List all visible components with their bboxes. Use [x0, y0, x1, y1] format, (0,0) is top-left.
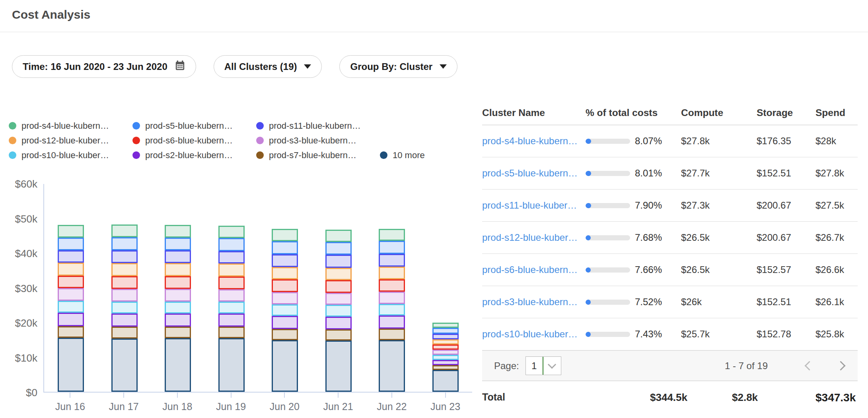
bar-segment[interactable] [379, 304, 405, 316]
bar-segment[interactable] [218, 327, 245, 338]
bar-segment[interactable] [379, 279, 405, 292]
bar-segment[interactable] [272, 304, 298, 316]
bar-segment[interactable] [165, 302, 191, 314]
bar-segment[interactable] [218, 338, 245, 392]
stacked-bar[interactable] [218, 226, 245, 392]
bar-segment[interactable] [272, 292, 298, 304]
cluster-name-link[interactable]: prod-s4-blue-kubern… [482, 135, 586, 147]
bar-segment[interactable] [218, 238, 245, 251]
bar-segment[interactable] [432, 360, 459, 365]
bar-segment[interactable] [111, 302, 138, 314]
bar-segment[interactable] [58, 313, 84, 326]
bar-segment[interactable] [432, 355, 459, 360]
bar-segment[interactable] [325, 329, 352, 341]
bar-segment[interactable] [379, 229, 405, 241]
stacked-bar[interactable] [325, 230, 352, 392]
stacked-bar[interactable] [272, 229, 298, 392]
bar-segment[interactable] [432, 334, 459, 339]
bar-segment[interactable] [432, 350, 459, 355]
bar-segment[interactable] [218, 263, 245, 276]
bar-segment[interactable] [272, 241, 298, 254]
bar-segment[interactable] [58, 338, 84, 392]
legend-item[interactable]: prod-s5-blue-kubern… [132, 121, 256, 131]
bar-segment[interactable] [111, 339, 138, 392]
bar-segment[interactable] [272, 279, 298, 292]
stacked-bar[interactable] [432, 323, 459, 392]
legend-item[interactable]: 10 more [380, 150, 425, 161]
cluster-name-link[interactable]: prod-s3-blue-kubern… [482, 296, 586, 308]
bar-segment[interactable] [111, 224, 138, 237]
page-select[interactable]: 1 [525, 356, 561, 375]
bar-segment[interactable] [111, 276, 138, 289]
stacked-bar[interactable] [58, 225, 84, 392]
bar-segment[interactable] [325, 230, 352, 242]
bar-segment[interactable] [432, 344, 459, 350]
bar-segment[interactable] [218, 277, 245, 289]
legend-item[interactable]: prod-s3-blue-kubern… [256, 135, 380, 146]
bar-segment[interactable] [325, 293, 352, 305]
stacked-bar[interactable] [379, 229, 405, 392]
bar-segment[interactable] [325, 268, 352, 281]
bar-segment[interactable] [58, 250, 84, 263]
cluster-name-link[interactable]: prod-s10-blue-kuber… [482, 329, 586, 340]
legend-item[interactable]: prod-s10-blue-kuber… [9, 150, 132, 161]
group-by-button[interactable]: Group By: Cluster [339, 55, 457, 78]
legend-item[interactable]: prod-s12-blue-kuber… [9, 135, 132, 146]
bar-segment[interactable] [58, 326, 84, 338]
bar-segment[interactable] [165, 225, 191, 238]
bar-segment[interactable] [325, 242, 352, 255]
bar-segment[interactable] [325, 341, 352, 392]
bar-segment[interactable] [272, 329, 298, 340]
bar-segment[interactable] [218, 289, 245, 302]
bar-segment[interactable] [272, 229, 298, 242]
previous-page-icon[interactable] [804, 361, 814, 370]
time-range-button[interactable]: Time: 16 Jun 2020 - 23 Jun 2020 [12, 55, 196, 78]
bar-segment[interactable] [58, 301, 84, 313]
bar-segment[interactable] [272, 316, 298, 329]
bar-segment[interactable] [165, 327, 191, 338]
cluster-name-link[interactable]: prod-s11-blue-kuber… [482, 200, 586, 211]
bar-segment[interactable] [432, 370, 459, 392]
bar-segment[interactable] [379, 292, 405, 304]
bar-segment[interactable] [272, 340, 298, 392]
bar-segment[interactable] [58, 276, 84, 288]
bar-segment[interactable] [165, 250, 191, 263]
cluster-name-link[interactable]: prod-s6-blue-kubern… [482, 264, 586, 275]
bar-segment[interactable] [111, 327, 138, 339]
bar-segment[interactable] [58, 225, 84, 238]
bar-segment[interactable] [379, 254, 405, 267]
bar-segment[interactable] [432, 323, 459, 328]
legend-item[interactable]: prod-s7-blue-kubern… [256, 150, 380, 161]
legend-item[interactable]: prod-s11-blue-kubern… [256, 121, 380, 131]
bar-segment[interactable] [218, 314, 245, 327]
next-page-icon[interactable] [836, 361, 845, 370]
bar-segment[interactable] [218, 226, 245, 238]
bar-segment[interactable] [165, 289, 191, 302]
bar-segment[interactable] [432, 328, 459, 334]
legend-item[interactable]: prod-s4-blue-kubern… [9, 121, 132, 131]
bar-segment[interactable] [111, 314, 138, 327]
bar-segment[interactable] [379, 329, 405, 340]
bar-segment[interactable] [58, 238, 84, 250]
bar-segment[interactable] [379, 340, 405, 392]
bar-segment[interactable] [379, 267, 405, 279]
bar-segment[interactable] [272, 267, 298, 280]
legend-item[interactable]: prod-s2-blue-kubern… [132, 150, 256, 161]
bar-segment[interactable] [165, 238, 191, 250]
bar-segment[interactable] [58, 288, 84, 301]
bar-segment[interactable] [58, 263, 84, 275]
clusters-filter-button[interactable]: All Clusters (19) [214, 55, 322, 78]
bar-segment[interactable] [165, 263, 191, 276]
cluster-name-link[interactable]: prod-s5-blue-kubern… [482, 168, 586, 179]
bar-segment[interactable] [272, 254, 298, 267]
legend-item[interactable]: prod-s6-blue-kubern… [132, 135, 256, 146]
bar-segment[interactable] [432, 339, 459, 344]
stacked-bar[interactable] [165, 225, 191, 392]
bar-segment[interactable] [111, 289, 138, 302]
cluster-name-link[interactable]: prod-s12-blue-kuber… [482, 232, 586, 243]
bar-segment[interactable] [165, 338, 191, 392]
bar-segment[interactable] [111, 237, 138, 250]
bar-segment[interactable] [111, 250, 138, 263]
bar-segment[interactable] [325, 255, 352, 267]
stacked-bar[interactable] [111, 224, 138, 392]
